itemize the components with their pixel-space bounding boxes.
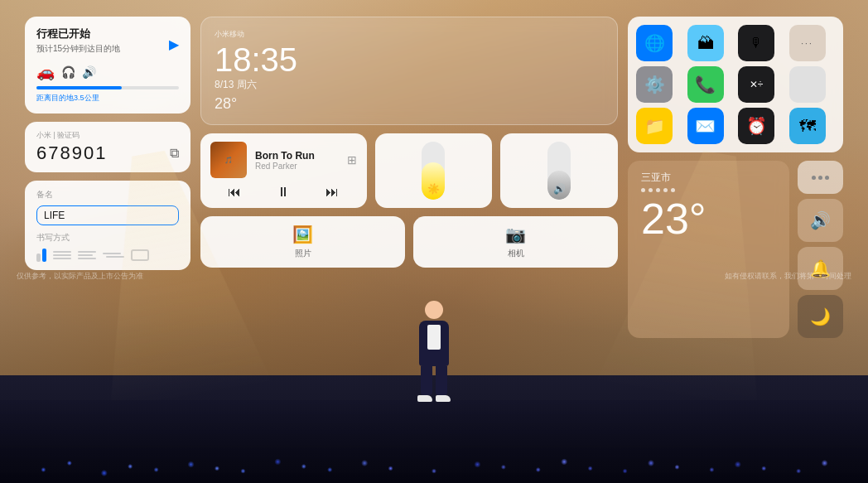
photos-card[interactable]: 🖼️ 照片 (200, 216, 405, 268)
audience-area (0, 400, 868, 483)
watermark-left: 仅供参考，以实际产品及上市公告为准 (17, 271, 143, 282)
photos-row: 🖼️ 照片 📷 相机 (200, 216, 618, 268)
navigation-card: 行程已开始 预计15分钟到达目的地 ▶ 🚗 🎧 🔊 距离目的地3.5公里 (25, 17, 190, 114)
shoe-right (436, 395, 451, 402)
leg-left (421, 366, 432, 395)
app-more[interactable]: ··· (789, 25, 826, 61)
app-calculator[interactable]: ✕÷ (738, 66, 774, 103)
app-maps[interactable]: 🗺 (789, 108, 826, 144)
app-safari[interactable]: 🌐 (636, 25, 673, 61)
volume-icon: 🔊 (553, 183, 566, 195)
speaker-icon: 🔊 (82, 65, 96, 79)
dnd-button[interactable]: 🌙 (798, 295, 843, 338)
next-button[interactable]: ⏭ (326, 185, 339, 200)
clock-date: 8/13 周六 (215, 78, 604, 92)
presenter (413, 301, 455, 400)
music-artist: Red Parker (255, 162, 339, 171)
app-settings[interactable]: ⚙️ (636, 66, 673, 103)
volume-btn-icon: 🔊 (810, 210, 831, 230)
camera-label: 相机 (508, 248, 524, 259)
presenter-body (419, 321, 449, 366)
audience-silhouettes (0, 417, 868, 483)
clock-brand: 小米移动 (215, 29, 604, 40)
volume-button[interactable]: 🔊 (798, 199, 843, 242)
prev-button[interactable]: ⏮ (228, 185, 241, 200)
nav-subtitle: 预计15分钟到达目的地 (36, 43, 120, 55)
volume-slider[interactable]: 🔊 (547, 142, 571, 200)
clock-time: 18:35 (215, 43, 604, 76)
photos-icon: 🖼️ (292, 225, 313, 244)
brightness-slider[interactable]: ☀️ (422, 142, 445, 200)
control-panel-top[interactable] (798, 161, 843, 194)
presenter-head (425, 301, 443, 319)
app-grid-card: 🌐 🏔 🎙 ··· ⚙️ 📞 ✕÷ 📁 ✉️ ⏰ 🗺 (628, 17, 843, 152)
nav-distance: 距离目的地3.5公里 (36, 93, 179, 104)
nav-progress-fill (36, 86, 122, 89)
clock-card: 小米移动 18:35 8/13 周六 28° (200, 17, 618, 125)
verify-brand: 小米 | 验证码 (36, 130, 179, 141)
watermark: 仅供参考，以实际产品及上市公告为准 如有侵权请联系，我们将第一时间处理 (0, 271, 868, 282)
app-clock[interactable]: ⏰ (738, 108, 774, 144)
leg-right (436, 366, 447, 395)
music-card: 🎵 Born To Run Red Parker ⊞ ⏮ ⏸ ⏭ (200, 133, 367, 208)
bell-button[interactable]: 🔔 (798, 247, 843, 290)
copy-icon[interactable]: ⧉ (170, 146, 179, 161)
headphone-icon: 🎧 (61, 65, 75, 79)
app-photos[interactable]: 🏔 (687, 25, 724, 61)
photos-label: 照片 (295, 248, 311, 259)
pause-button[interactable]: ⏸ (277, 185, 290, 200)
cast-icon[interactable]: ⊞ (347, 153, 357, 167)
control-panel-buttons: 🔊 🔔 🌙 (798, 161, 843, 338)
brightness-card: ☀️ (375, 133, 493, 208)
music-top: 🎵 Born To Run Red Parker ⊞ (210, 142, 357, 178)
moon-icon: 🌙 (810, 307, 831, 326)
verify-code: 678901 (36, 142, 107, 164)
nav-progress-bar (36, 86, 179, 89)
app-empty (789, 66, 826, 103)
app-mail[interactable]: ✉️ (687, 108, 724, 144)
brightness-icon: ☀️ (427, 183, 440, 195)
shoe-left (417, 395, 432, 402)
presenter-legs (413, 366, 455, 395)
app-voice-memos[interactable]: 🎙 (738, 25, 774, 61)
clock-temperature: 28° (215, 95, 604, 113)
app-grid: 🌐 🏔 🎙 ··· ⚙️ 📞 ✕÷ 📁 ✉️ ⏰ 🗺 (636, 25, 835, 144)
nav-title: 行程已开始 (36, 27, 120, 41)
music-title: Born To Run (255, 150, 339, 162)
music-controls: ⏮ ⏸ ⏭ (210, 185, 357, 200)
app-files[interactable]: 📁 (636, 108, 673, 144)
music-controls-row: 🎵 Born To Run Red Parker ⊞ ⏮ ⏸ ⏭ (200, 133, 618, 208)
camera-card[interactable]: 📷 相机 (413, 216, 618, 268)
nav-arrow: ▶ (169, 36, 179, 52)
volume-card: 🔊 (500, 133, 618, 208)
watermark-right: 如有侵权请联系，我们将第一时间处理 (725, 271, 851, 282)
music-info: Born To Run Red Parker (255, 150, 339, 171)
center-column: 小米移动 18:35 8/13 周六 28° 🎵 Born To Run Red… (200, 17, 618, 268)
album-art: 🎵 (210, 142, 247, 178)
camera-icon: 📷 (505, 225, 526, 244)
car-icon: 🚗 (36, 63, 55, 81)
app-phone[interactable]: 📞 (687, 66, 724, 103)
